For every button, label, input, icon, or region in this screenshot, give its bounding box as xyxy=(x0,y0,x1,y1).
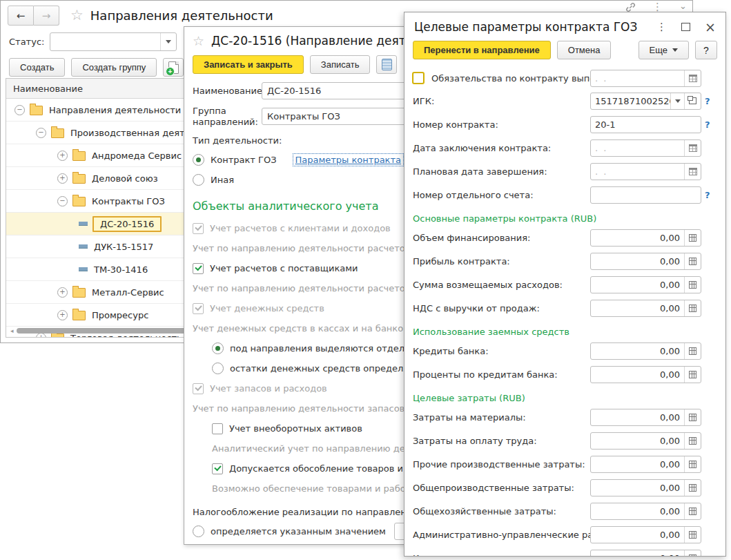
expand-icon[interactable]: + xyxy=(57,151,68,161)
back-button[interactable]: ← xyxy=(8,6,34,26)
dropdown-button[interactable] xyxy=(670,93,684,109)
number-field[interactable]: 0,00 xyxy=(590,276,701,293)
field-row: Плановая дата завершения:. . xyxy=(413,160,717,183)
group-field-label: Группа направлений: xyxy=(193,106,262,127)
number-field[interactable]: 0,00 xyxy=(590,432,701,450)
calendar-button[interactable] xyxy=(684,164,701,180)
radio-tax-specified-value[interactable] xyxy=(193,525,204,537)
forward-button[interactable]: → xyxy=(34,6,59,26)
collapse-icon[interactable]: − xyxy=(14,105,25,115)
close-icon[interactable]: × xyxy=(705,22,716,32)
calculator-icon xyxy=(689,554,696,557)
field-value: 0,00 xyxy=(591,300,684,316)
calculator-button[interactable] xyxy=(684,480,701,496)
number-field[interactable]: 0,00 xyxy=(590,503,701,520)
cancel-button[interactable]: Отмена xyxy=(557,41,612,59)
create-group-button[interactable]: Создать группу xyxy=(71,58,157,77)
field-label: Административно-управленческие расходы: xyxy=(413,530,590,540)
checkbox[interactable] xyxy=(212,423,223,434)
number-field[interactable]: 0,00 xyxy=(590,253,701,270)
calculator-button[interactable] xyxy=(684,253,701,269)
section-header: Целевые затраты (RUB) xyxy=(413,393,525,403)
chevron-down-icon xyxy=(675,99,681,103)
calculator-button[interactable] xyxy=(684,550,701,557)
scroll-left-arrow-icon[interactable]: ◂ xyxy=(10,327,14,334)
expand-icon[interactable]: + xyxy=(57,310,68,320)
chevron-down-icon xyxy=(166,40,171,44)
number-field[interactable]: 0,00 xyxy=(590,229,701,247)
help-button[interactable]: ? xyxy=(695,41,717,59)
save-and-close-button[interactable]: Записать и закрыть xyxy=(193,55,304,74)
create-new-item-button[interactable] xyxy=(163,58,184,77)
dialog-title: Целевые параметры контракта ГОЗ xyxy=(414,20,656,34)
date-placeholder: . . xyxy=(591,70,684,86)
calculator-button[interactable] xyxy=(684,230,701,246)
calculator-button[interactable] xyxy=(684,409,701,425)
expand-icon[interactable]: + xyxy=(57,287,68,298)
calculator-button[interactable] xyxy=(684,343,701,359)
collapse-icon[interactable]: − xyxy=(57,196,68,206)
radio-other-activity[interactable] xyxy=(193,174,204,186)
field-label: Объем финансирования: xyxy=(413,233,590,243)
number-field[interactable]: 0,00 xyxy=(590,479,701,496)
calendar-button[interactable] xyxy=(684,140,701,156)
more-menu-icon[interactable]: ⋮ xyxy=(652,2,663,12)
date-field[interactable]: . . xyxy=(590,139,701,157)
field-help-link[interactable]: ? xyxy=(705,96,717,106)
obligations-date-field[interactable]: . . xyxy=(590,70,701,87)
field-label: Прибыль контракта: xyxy=(413,256,590,267)
number-field[interactable]: 0,00 xyxy=(590,300,701,317)
combo-field[interactable]: 151718710025200 xyxy=(590,93,701,110)
field-label: Общепроизводственные затраты: xyxy=(413,483,590,493)
radio-tax-specified-label: определяется указанным значением xyxy=(211,526,386,537)
number-field[interactable]: 0,00 xyxy=(590,342,701,360)
status-combobox[interactable] xyxy=(50,32,177,51)
radio-contract-goz[interactable] xyxy=(193,154,204,166)
transfer-to-direction-button[interactable]: Перенести в направление xyxy=(413,41,551,59)
more-menu-icon[interactable]: ⋮ xyxy=(656,22,667,32)
expand-icon[interactable]: + xyxy=(57,173,68,184)
option-label: Учет расчетов с поставщиками xyxy=(210,263,358,273)
folder-icon xyxy=(30,106,43,115)
status-dropdown-button[interactable] xyxy=(160,33,176,50)
save-button[interactable]: Записать xyxy=(310,55,371,74)
calculator-button[interactable] xyxy=(684,300,701,316)
calculator-button[interactable] xyxy=(684,527,701,543)
tree-item-label: Контракты ГОЗ xyxy=(92,196,165,206)
radio-button[interactable] xyxy=(212,342,224,354)
checkbox[interactable] xyxy=(212,463,223,474)
section-row: Основные параметры контракта (RUB) xyxy=(413,206,717,226)
create-button[interactable]: Создать xyxy=(9,58,65,77)
number-field[interactable]: 0,00 xyxy=(590,526,701,543)
more-button[interactable]: Еще xyxy=(639,41,689,59)
number-field[interactable]: 0,00 xyxy=(590,456,701,473)
field-help-link[interactable]: ? xyxy=(705,119,717,130)
calculator-button[interactable] xyxy=(684,433,701,449)
obligations-done-label: Обязательства по контракту выполнены xyxy=(431,73,590,84)
calculator-button[interactable] xyxy=(684,277,701,293)
field-help-link[interactable]: ? xyxy=(705,190,717,200)
calendar-button[interactable] xyxy=(684,70,701,86)
calculator-button[interactable] xyxy=(684,367,701,383)
favorite-star-icon[interactable]: ☆ xyxy=(193,35,204,48)
calculator-button[interactable] xyxy=(684,503,701,519)
number-field[interactable]: 0,00 xyxy=(590,550,701,557)
chevron-down-icon[interactable]: ⌄ xyxy=(679,2,687,10)
number-field[interactable]: 0,00 xyxy=(590,409,701,426)
contract-params-link[interactable]: Параметры контракта xyxy=(293,154,403,166)
open-item-button[interactable] xyxy=(684,93,701,109)
checkbox[interactable] xyxy=(193,263,204,274)
radio-button[interactable] xyxy=(212,363,224,374)
text-field[interactable]: 20-1 xyxy=(590,116,701,133)
favorite-star-icon[interactable]: ☆ xyxy=(70,8,84,23)
field-label: Плановая дата завершения: xyxy=(413,166,590,177)
text-field[interactable] xyxy=(590,186,701,204)
field-row: Дата заключения контракта:. . xyxy=(413,136,717,160)
obligations-done-checkbox[interactable] xyxy=(413,73,424,84)
structure-report-button[interactable] xyxy=(376,55,397,74)
maximize-icon[interactable] xyxy=(681,23,690,31)
date-field[interactable]: . . xyxy=(590,163,701,180)
collapse-icon[interactable]: − xyxy=(36,128,46,138)
calculator-button[interactable] xyxy=(684,456,701,472)
number-field[interactable]: 0,00 xyxy=(590,366,701,383)
